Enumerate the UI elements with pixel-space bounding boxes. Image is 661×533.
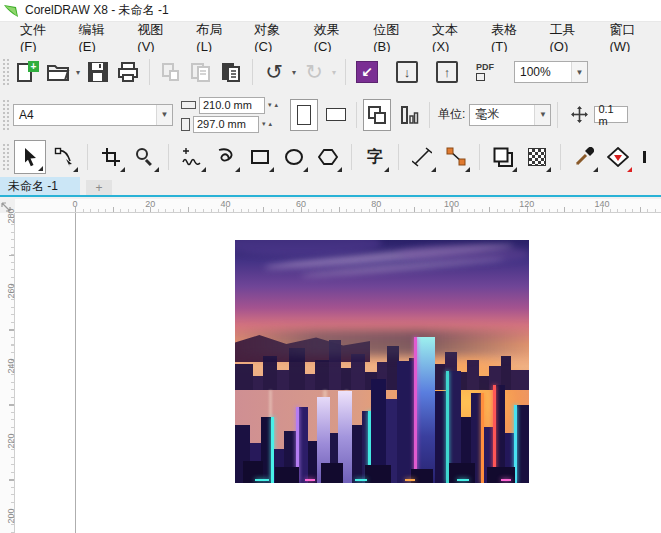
export-icon: ↑ [436,61,458,83]
standard-toolbar: + ▾ [0,52,661,92]
landscape-button[interactable] [322,99,350,131]
transparency-icon [528,148,546,166]
new-tab-button[interactable]: + [86,180,112,195]
eyedropper-icon [574,147,594,167]
page-size-caret[interactable]: ▼ [156,105,172,125]
hruler-label-20: 20 [145,199,155,209]
undo-icon: ↺ [265,62,283,82]
transparency-tool[interactable] [521,140,553,174]
portrait-button[interactable] [290,99,318,131]
smog-band [235,330,529,356]
building [397,361,414,483]
all-pages-button[interactable] [363,99,391,131]
rectangle-tool[interactable] [244,140,276,174]
coreldraw-logo-icon [3,4,19,18]
page-width-field[interactable]: 210.0 mm [199,97,265,114]
new-document-button[interactable]: + [13,56,43,88]
page-size-combo[interactable]: A4 ▼ [13,104,173,126]
skyline-block [435,364,445,390]
connector-tool[interactable] [440,140,472,174]
toolbox-grip[interactable] [2,143,9,171]
zoom-level-combo[interactable]: 100% ▼ [514,61,588,83]
height-spin-down[interactable]: ▾ [262,120,266,128]
undo-dropdown-caret[interactable]: ▾ [289,68,299,77]
print-button[interactable] [113,56,143,88]
height-spin-up[interactable]: ▴ [269,120,273,128]
hruler-label-140: 140 [595,199,610,209]
units-label: 单位: [438,106,465,123]
redo-icon: ↻ [305,62,323,82]
page-height-field[interactable]: 297.0 mm [193,116,259,133]
polygon-tool[interactable] [312,140,344,174]
freehand-tool[interactable] [176,140,208,174]
ellipse-tool[interactable] [278,140,310,174]
skyline-block [351,354,365,390]
drop-shadow-tool[interactable] [487,140,519,174]
skyline-block [277,370,289,390]
dimension-icon [412,147,432,167]
current-page-button[interactable] [395,99,423,131]
skyline-block [235,364,253,390]
vertical-ruler[interactable]: 280260240220200 [0,213,15,533]
zoom-level-value: 100% [515,65,571,79]
export-button[interactable]: ↑ [432,56,462,88]
hruler-label-80: 80 [371,199,381,209]
application-launcher-button[interactable]: ↙ [352,56,382,88]
neon-strip [305,479,315,481]
propbar-separator [356,102,357,128]
document-tab-bar: 未命名 -1 + [0,177,661,197]
publish-pdf-button[interactable]: PDF [470,56,500,88]
open-dropdown-caret[interactable]: ▾ [73,68,83,77]
undo-button[interactable]: ↺ [259,56,289,88]
units-caret[interactable]: ▼ [534,105,550,125]
hruler-label-60: 60 [296,199,306,209]
cloud-haze [397,245,529,263]
artistic-media-tool[interactable] [210,140,242,174]
shape-tool[interactable] [48,140,80,174]
units-combo[interactable]: 毫米 ▼ [469,104,551,126]
new-plus-badge: + [28,61,39,72]
crop-tool[interactable] [95,140,127,174]
toolbar-grip[interactable] [2,58,9,86]
width-spin-up[interactable]: ▴ [275,101,279,109]
drawing-canvas[interactable] [15,213,661,533]
toolbox-separator [560,144,561,170]
crop-icon [101,147,121,167]
artwork[interactable] [235,240,529,483]
toolbar-separator [345,59,346,85]
portrait-icon [297,105,311,125]
hruler-label-100: 100 [444,199,459,209]
zoom-tool[interactable] [129,140,161,174]
shape-node-icon [54,147,74,167]
eyedropper-tool[interactable] [568,140,600,174]
horizontal-ruler[interactable]: 020406080100120140 [15,199,661,213]
interactive-fill-tool[interactable] [602,140,634,174]
text-tool[interactable]: 字 [359,140,391,174]
skyline-block [467,360,479,390]
toolbar-separator [252,59,253,85]
skyline-block [253,376,263,390]
pick-tool[interactable] [14,140,46,174]
import-button[interactable]: ↓ [392,56,422,88]
drop-shadow-icon [493,147,513,167]
nudge-control [564,99,594,131]
dimension-tool[interactable] [406,140,438,174]
connector-icon [446,147,466,167]
pdf-icon: PDF [476,63,494,81]
toolbar-separator [149,59,150,85]
width-spin-down[interactable]: ▾ [268,101,272,109]
nudge-distance-field[interactable]: 0.1 m [594,106,628,123]
toolbox-separator [479,144,480,170]
toolbox: 字 [0,137,661,177]
fill-diamond-icon [607,147,629,167]
page-height-icon [181,118,190,131]
open-document-button[interactable] [43,56,73,88]
propbar-grip[interactable] [2,99,9,131]
clipped-tool[interactable] [636,140,646,174]
toolbox-separator [87,144,88,170]
save-button[interactable] [83,56,113,88]
zoom-level-caret[interactable]: ▼ [571,62,587,82]
save-floppy-icon [88,62,108,82]
document-tab[interactable]: 未命名 -1 [0,177,80,195]
paste-button[interactable] [216,56,246,88]
